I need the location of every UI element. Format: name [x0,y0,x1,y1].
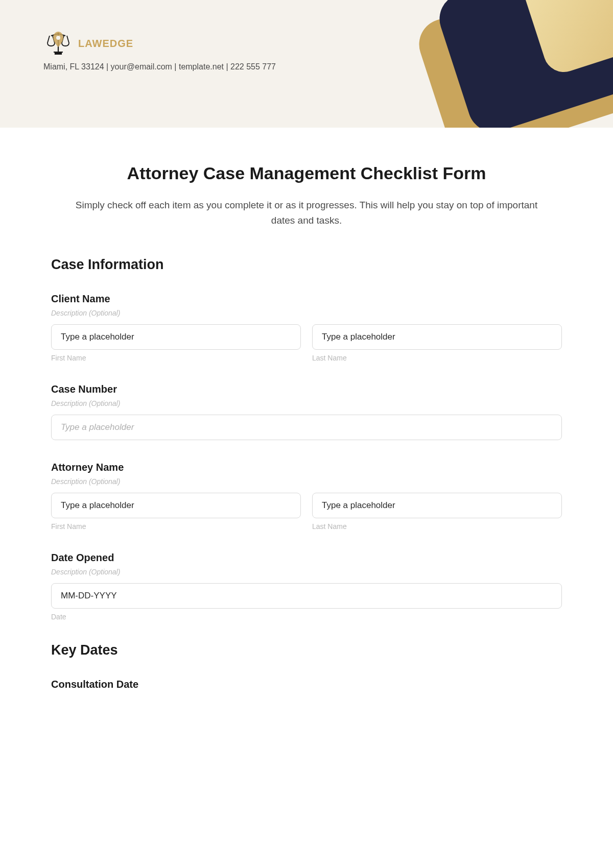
client-name-desc: Description (Optional) [51,309,562,317]
client-last-name-input[interactable] [312,324,562,350]
svg-point-0 [56,36,60,40]
date-opened-input[interactable] [51,583,562,609]
case-number-desc: Description (Optional) [51,399,562,407]
case-number-label: Case Number [51,383,562,395]
brand-name: LAWEDGE [78,38,133,50]
client-first-name-sublabel: First Name [51,354,301,362]
date-opened-desc: Description (Optional) [51,568,562,576]
attorney-name-label: Attorney Name [51,462,562,473]
field-case-number: Case Number Description (Optional) [51,383,562,440]
form-subtitle: Simply check off each item as you comple… [51,198,562,229]
field-date-opened: Date Opened Description (Optional) Date [51,552,562,621]
scales-logo-icon [43,31,73,56]
field-consultation-date: Consultation Date [51,679,562,690]
date-opened-sublabel: Date [51,613,562,621]
header-decoration [378,0,613,128]
attorney-last-name-input[interactable] [312,493,562,518]
client-name-label: Client Name [51,293,562,305]
client-last-name-sublabel: Last Name [312,354,562,362]
section-heading-case-info: Case Information [51,257,562,273]
attorney-last-name-sublabel: Last Name [312,522,562,531]
attorney-first-name-sublabel: First Name [51,522,301,531]
consultation-date-label: Consultation Date [51,679,562,690]
attorney-name-desc: Description (Optional) [51,477,562,486]
case-number-input[interactable] [51,415,562,440]
form-main: Attorney Case Management Checklist Form … [0,128,613,732]
header-banner: LAWEDGE Miami, FL 33124 | your@email.com… [0,0,613,128]
form-title: Attorney Case Management Checklist Form [51,163,562,183]
field-client-name: Client Name Description (Optional) First… [51,293,562,362]
section-heading-key-dates: Key Dates [51,642,562,658]
field-attorney-name: Attorney Name Description (Optional) Fir… [51,462,562,531]
date-opened-label: Date Opened [51,552,562,564]
attorney-first-name-input[interactable] [51,493,301,518]
client-first-name-input[interactable] [51,324,301,350]
